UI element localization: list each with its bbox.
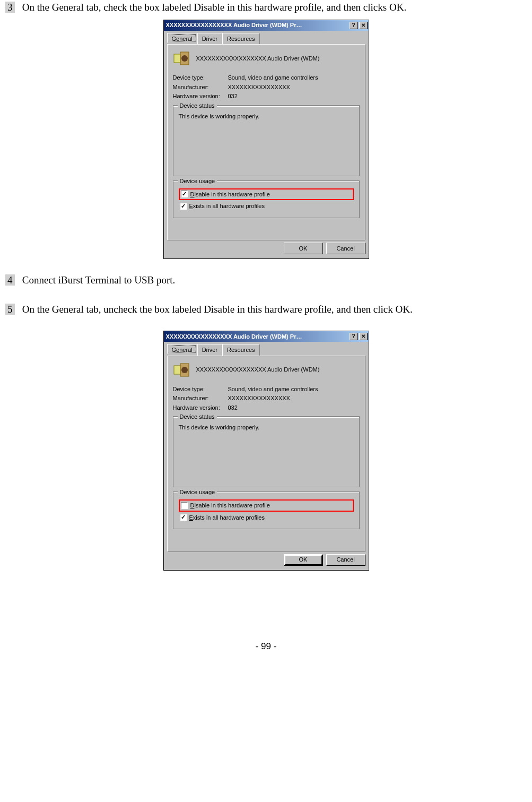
exists-checkbox-row[interactable]: Exists in all hardware profiles xyxy=(179,513,354,523)
step-4-text: Connect iBurst Terminal to USB port. xyxy=(22,274,176,286)
tab-driver[interactable]: Driver xyxy=(197,33,222,45)
properties-dialog-2: XXXXXXXXXXXXXXXXX Audio Driver (WDM) Pr…… xyxy=(163,331,369,571)
step-4: 4 Connect iBurst Terminal to USB port. xyxy=(5,273,527,288)
titlebar[interactable]: XXXXXXXXXXXXXXXXX Audio Driver (WDM) Pr…… xyxy=(164,20,369,31)
dialog-1-wrap: XXXXXXXXXXXXXXXXX Audio Driver (WDM) Pr…… xyxy=(5,20,527,260)
cancel-button[interactable]: Cancel xyxy=(326,243,365,254)
svg-point-2 xyxy=(181,55,188,62)
device-status-legend: Device status xyxy=(178,101,217,110)
tab-driver[interactable]: Driver xyxy=(197,344,222,356)
exists-checkbox[interactable] xyxy=(180,203,187,210)
help-button[interactable]: ? xyxy=(350,333,358,340)
label-hardware-version: Hardware version: xyxy=(173,403,228,412)
disable-checkbox-row[interactable]: Disable in this hardware profile xyxy=(179,188,354,201)
properties-dialog-1: XXXXXXXXXXXXXXXXX Audio Driver (WDM) Pr…… xyxy=(163,20,369,260)
info-table: Device type:Sound, video and game contro… xyxy=(173,73,360,101)
svg-rect-3 xyxy=(174,366,180,374)
value-manufacturer: XXXXXXXXXXXXXXXX xyxy=(228,394,290,403)
tab-resources[interactable]: Resources xyxy=(222,33,260,45)
button-row: OK Cancel xyxy=(164,554,369,570)
step-5: 5 On the General tab, uncheck the box la… xyxy=(5,302,527,317)
device-status-group: Device status This device is working pro… xyxy=(173,105,360,176)
device-usage-group: Device usage Disable in this hardware pr… xyxy=(173,180,360,218)
step-num-5: 5 xyxy=(5,304,15,315)
step-num-3: 3 xyxy=(5,2,15,13)
help-button[interactable]: ? xyxy=(350,22,358,29)
cancel-button[interactable]: Cancel xyxy=(326,554,365,566)
info-table: Device type:Sound, video and game contro… xyxy=(173,385,360,412)
step-5-text: On the General tab, uncheck the box labe… xyxy=(22,304,413,315)
device-status-legend: Device status xyxy=(178,412,217,421)
tab-resources[interactable]: Resources xyxy=(222,344,260,356)
exists-label: Exists in all hardware profiles xyxy=(189,513,265,522)
device-status-text: This device is working properly. xyxy=(178,421,355,482)
tab-row: General Driver Resources xyxy=(164,31,369,45)
device-usage-legend: Device usage xyxy=(178,177,217,186)
close-button[interactable]: ✕ xyxy=(359,333,368,340)
disable-checkbox[interactable] xyxy=(181,502,188,509)
device-icon xyxy=(173,50,190,67)
ok-button[interactable]: OK xyxy=(284,243,323,254)
tab-general[interactable]: General xyxy=(167,344,197,354)
page-number: - 99 - xyxy=(5,640,527,653)
svg-point-5 xyxy=(181,367,188,373)
close-button[interactable]: ✕ xyxy=(359,22,368,29)
titlebar-text: XXXXXXXXXXXXXXXXX Audio Driver (WDM) Pr… xyxy=(166,21,350,30)
general-panel: XXXXXXXXXXXXXXXXXX Audio Driver (WDM) De… xyxy=(167,44,365,240)
disable-checkbox[interactable] xyxy=(181,191,188,197)
step-3-text: On the General tab, check the box labele… xyxy=(22,2,406,13)
titlebar[interactable]: XXXXXXXXXXXXXXXXX Audio Driver (WDM) Pr…… xyxy=(164,331,369,342)
value-device-type: Sound, video and game controllers xyxy=(228,73,318,82)
svg-rect-0 xyxy=(174,54,180,63)
value-manufacturer: XXXXXXXXXXXXXXXX xyxy=(228,83,290,92)
disable-label: Disable in this hardware profile xyxy=(190,501,270,510)
disable-checkbox-row[interactable]: Disable in this hardware profile xyxy=(179,499,354,512)
value-hardware-version: 032 xyxy=(228,92,238,101)
step-num-4: 4 xyxy=(5,274,15,286)
device-usage-legend: Device usage xyxy=(178,488,217,497)
device-status-group: Device status This device is working pro… xyxy=(173,416,360,487)
device-icon xyxy=(173,361,190,378)
step-3: 3 On the General tab, check the box labe… xyxy=(5,0,527,15)
button-row: OK Cancel xyxy=(164,243,369,258)
dialog-2-wrap: XXXXXXXXXXXXXXXXX Audio Driver (WDM) Pr…… xyxy=(5,331,527,571)
value-hardware-version: 032 xyxy=(228,403,238,412)
tab-row: General Driver Resources xyxy=(164,342,369,356)
device-usage-group: Device usage Disable in this hardware pr… xyxy=(173,491,360,529)
device-status-text: This device is working properly. xyxy=(178,110,355,171)
exists-label: Exists in all hardware profiles xyxy=(189,202,265,211)
general-panel: XXXXXXXXXXXXXXXXXX Audio Driver (WDM) De… xyxy=(167,356,365,552)
device-name: XXXXXXXXXXXXXXXXXX Audio Driver (WDM) xyxy=(196,365,320,374)
label-device-type: Device type: xyxy=(173,73,228,82)
disable-label: Disable in this hardware profile xyxy=(190,190,270,199)
label-manufacturer: Manufacturer: xyxy=(173,394,228,403)
label-device-type: Device type: xyxy=(173,385,228,394)
exists-checkbox[interactable] xyxy=(180,514,187,521)
titlebar-text: XXXXXXXXXXXXXXXXX Audio Driver (WDM) Pr… xyxy=(166,332,350,341)
label-manufacturer: Manufacturer: xyxy=(173,83,228,92)
value-device-type: Sound, video and game controllers xyxy=(228,385,318,394)
device-name: XXXXXXXXXXXXXXXXXX Audio Driver (WDM) xyxy=(196,54,320,63)
ok-button[interactable]: OK xyxy=(284,554,323,566)
exists-checkbox-row[interactable]: Exists in all hardware profiles xyxy=(179,201,354,211)
tab-general[interactable]: General xyxy=(167,33,197,43)
label-hardware-version: Hardware version: xyxy=(173,92,228,101)
